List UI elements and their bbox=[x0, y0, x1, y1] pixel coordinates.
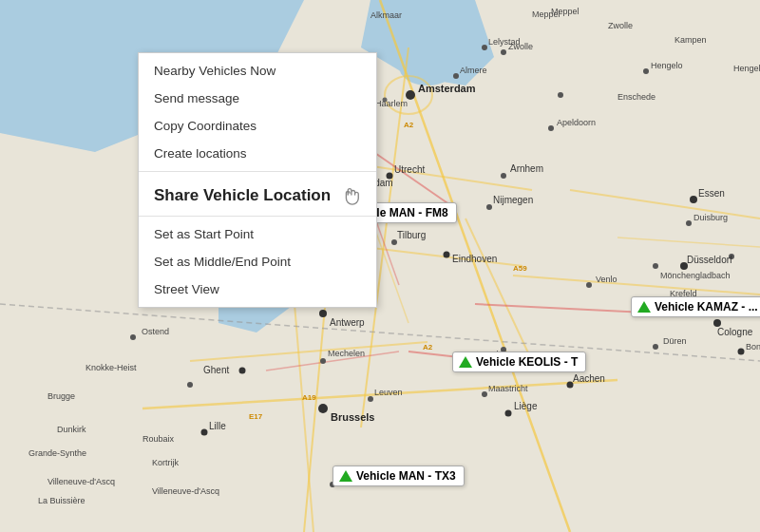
svg-text:Mönchengladbach: Mönchengladbach bbox=[660, 271, 731, 280]
svg-text:Ostend: Ostend bbox=[142, 327, 169, 336]
svg-point-51 bbox=[548, 125, 554, 131]
svg-text:Utrecht: Utrecht bbox=[394, 164, 425, 175]
context-menu-item-nearby-vehicles[interactable]: Nearby Vehicles Now bbox=[139, 57, 376, 85]
svg-point-72 bbox=[653, 344, 658, 350]
svg-text:Villeneuve-d'Ascq: Villeneuve-d'Ascq bbox=[48, 477, 115, 486]
svg-text:A2: A2 bbox=[404, 121, 414, 129]
svg-text:A19: A19 bbox=[302, 393, 316, 402]
svg-text:Düsseldorf: Düsseldorf bbox=[687, 255, 732, 265]
svg-point-62 bbox=[320, 358, 326, 364]
svg-point-36 bbox=[486, 204, 492, 210]
svg-text:Nijmegen: Nijmegen bbox=[493, 195, 533, 205]
svg-point-31 bbox=[319, 310, 327, 317]
svg-text:Hengelo: Hengelo bbox=[733, 64, 760, 73]
svg-text:Apeldoorn: Apeldoorn bbox=[557, 118, 596, 127]
vehicle-label-1: Vehicle KAMAZ - ... bbox=[655, 300, 758, 314]
vehicle-marker-2[interactable]: Vehicle KEOLIS - T bbox=[452, 352, 586, 372]
svg-point-39 bbox=[713, 319, 721, 327]
vehicle-label-3: Vehicle MAN - TX3 bbox=[356, 469, 456, 483]
svg-text:Almere: Almere bbox=[460, 66, 487, 75]
svg-text:Maastricht: Maastricht bbox=[488, 384, 528, 393]
svg-point-53 bbox=[482, 45, 487, 50]
context-menu-item-middle-end-point[interactable]: Set as Middle/End Point bbox=[139, 248, 376, 276]
svg-text:Zwolle: Zwolle bbox=[608, 21, 633, 30]
svg-text:Amsterdam: Amsterdam bbox=[418, 83, 476, 94]
svg-text:Alkmaar: Alkmaar bbox=[370, 10, 402, 20]
svg-point-47 bbox=[187, 382, 193, 388]
svg-point-32 bbox=[318, 404, 328, 413]
hand-icon bbox=[340, 185, 361, 206]
svg-point-34 bbox=[444, 252, 450, 258]
svg-text:Leuven: Leuven bbox=[374, 388, 403, 397]
svg-point-69 bbox=[738, 349, 745, 355]
vehicle-marker-1[interactable]: Vehicle KAMAZ - ... bbox=[631, 296, 760, 317]
context-menu-item-street-view[interactable]: Street View bbox=[139, 276, 376, 303]
svg-text:Essen: Essen bbox=[698, 188, 725, 199]
svg-text:Cologne: Cologne bbox=[717, 327, 753, 337]
svg-text:Grande-Synthe: Grande-Synthe bbox=[28, 448, 86, 458]
svg-point-41 bbox=[505, 410, 512, 417]
svg-text:Enschede: Enschede bbox=[618, 92, 656, 102]
svg-text:Roubaix: Roubaix bbox=[142, 434, 175, 444]
svg-point-38 bbox=[690, 196, 697, 203]
svg-text:Haarlem: Haarlem bbox=[375, 99, 408, 108]
svg-point-63 bbox=[368, 396, 373, 402]
svg-text:A2: A2 bbox=[423, 343, 433, 352]
map-container: Amsterdam The Hague Rotterdam Utrecht Br… bbox=[0, 0, 760, 532]
svg-point-68 bbox=[586, 282, 592, 288]
svg-text:Duisburg: Duisburg bbox=[694, 213, 728, 222]
svg-point-54 bbox=[453, 73, 459, 79]
context-menu-divider-2 bbox=[139, 216, 376, 217]
svg-text:E17: E17 bbox=[249, 412, 263, 421]
svg-text:Tilburg: Tilburg bbox=[397, 230, 426, 240]
svg-text:Arnhem: Arnhem bbox=[510, 163, 543, 174]
svg-text:Knokke-Heist: Knokke-Heist bbox=[86, 363, 137, 372]
svg-point-33 bbox=[239, 368, 246, 374]
svg-point-49 bbox=[501, 49, 506, 55]
svg-text:Ghent: Ghent bbox=[203, 365, 229, 375]
context-menu-item-send-message[interactable]: Send message bbox=[139, 85, 376, 112]
svg-point-48 bbox=[130, 334, 136, 340]
svg-text:Hengelo: Hengelo bbox=[651, 61, 683, 70]
svg-text:Lille: Lille bbox=[209, 421, 226, 431]
context-menu-item-copy-coordinates[interactable]: Copy Coordinates bbox=[139, 112, 376, 140]
context-menu-divider-1 bbox=[139, 171, 376, 172]
map-background: Amsterdam The Hague Rotterdam Utrecht Br… bbox=[0, 0, 760, 532]
svg-text:Antwerp: Antwerp bbox=[330, 317, 365, 328]
svg-text:Brugge: Brugge bbox=[48, 391, 75, 401]
svg-point-70 bbox=[686, 220, 692, 226]
svg-text:Düren: Düren bbox=[663, 336, 687, 346]
context-menu-header: Share Vehicle Location bbox=[139, 176, 376, 212]
svg-point-66 bbox=[653, 263, 658, 269]
vehicle-triangle-icon-1 bbox=[637, 301, 651, 313]
vehicle-marker-3[interactable]: Vehicle MAN - TX3 bbox=[332, 466, 465, 486]
svg-text:Liège: Liège bbox=[514, 401, 538, 411]
svg-text:Kortrijk: Kortrijk bbox=[152, 458, 180, 467]
svg-text:Dunkirk: Dunkirk bbox=[57, 425, 86, 434]
svg-point-46 bbox=[201, 429, 208, 436]
vehicle-label-2: Vehicle KEOLIS - T bbox=[476, 355, 578, 369]
svg-text:Kampen: Kampen bbox=[674, 35, 707, 45]
svg-point-50 bbox=[643, 68, 649, 74]
vehicle-triangle-icon-2 bbox=[459, 356, 472, 368]
context-menu: Nearby Vehicles Now Send message Copy Co… bbox=[138, 52, 377, 308]
svg-text:Aachen: Aachen bbox=[573, 373, 605, 384]
svg-point-42 bbox=[482, 391, 487, 397]
svg-point-37 bbox=[501, 173, 506, 179]
svg-text:Meppel: Meppel bbox=[551, 7, 580, 16]
svg-point-52 bbox=[558, 92, 563, 98]
svg-text:Bonn: Bonn bbox=[746, 342, 760, 352]
svg-text:A59: A59 bbox=[513, 264, 527, 273]
svg-text:Lelystad: Lelystad bbox=[488, 37, 521, 47]
svg-text:Brussels: Brussels bbox=[331, 411, 374, 423]
svg-text:Eindhoven: Eindhoven bbox=[452, 254, 497, 264]
context-menu-item-start-point[interactable]: Set as Start Point bbox=[139, 220, 376, 248]
svg-text:La Buissière: La Buissière bbox=[38, 496, 86, 505]
context-menu-item-create-locations[interactable]: Create locations bbox=[139, 140, 376, 167]
svg-text:Venlo: Venlo bbox=[596, 275, 618, 284]
share-vehicle-label: Share Vehicle Location bbox=[154, 186, 331, 205]
svg-text:Villeneuve-d'Ascq: Villeneuve-d'Ascq bbox=[152, 486, 219, 496]
vehicle-triangle-icon-3 bbox=[339, 470, 352, 482]
svg-text:Mechelen: Mechelen bbox=[328, 349, 365, 358]
